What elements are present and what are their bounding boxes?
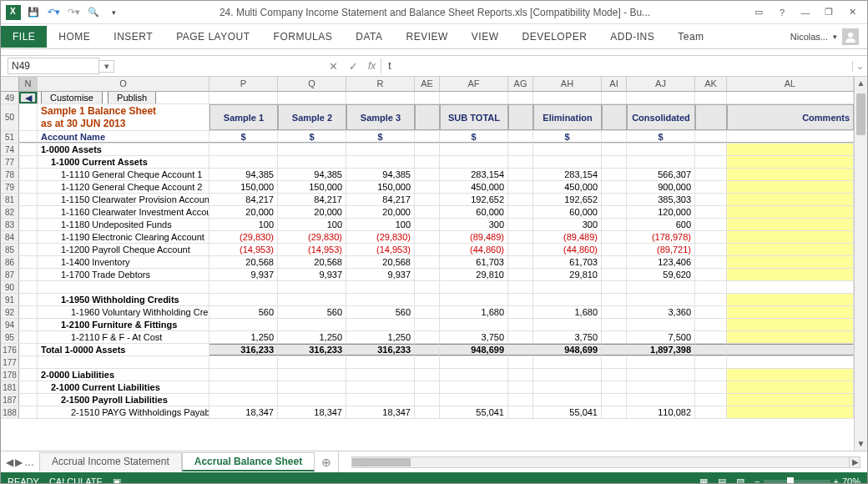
- data-cell[interactable]: 150,000: [278, 181, 346, 193]
- vertical-scrollbar[interactable]: ▲ ▼: [854, 77, 867, 451]
- data-cell[interactable]: 7,500: [627, 331, 695, 343]
- ribbon-tab-add-ins[interactable]: ADD-INS: [598, 26, 666, 48]
- data-cell[interactable]: 20,000: [209, 206, 278, 218]
- data-cell[interactable]: [533, 356, 602, 368]
- col-header-AE[interactable]: AE: [415, 77, 440, 91]
- row-header[interactable]: 74: [1, 144, 19, 155]
- data-cell[interactable]: (14,953): [346, 244, 415, 255]
- data-cell[interactable]: [278, 394, 346, 406]
- data-cell[interactable]: [440, 281, 508, 293]
- customise-button[interactable]: Customise: [41, 92, 103, 103]
- row-header[interactable]: 176: [1, 344, 19, 355]
- data-cell[interactable]: 94,385: [209, 169, 278, 180]
- ribbon-tab-file[interactable]: FILE: [1, 26, 47, 48]
- data-cell[interactable]: [346, 319, 415, 330]
- row-header[interactable]: 95: [1, 331, 19, 343]
- row-header[interactable]: 90: [1, 281, 19, 293]
- excel-icon[interactable]: [4, 3, 23, 22]
- data-cell[interactable]: 61,703: [440, 256, 508, 268]
- data-cell[interactable]: [440, 156, 508, 168]
- comment-cell[interactable]: [727, 231, 854, 243]
- row-header[interactable]: 84: [1, 231, 19, 243]
- data-cell[interactable]: [278, 294, 346, 305]
- status-calculate[interactable]: CALCULATE: [49, 476, 103, 484]
- comment-cell[interactable]: [727, 406, 854, 418]
- data-cell[interactable]: [440, 319, 508, 330]
- data-cell[interactable]: 29,810: [440, 269, 508, 280]
- redo-icon[interactable]: ↷▾: [64, 3, 83, 22]
- comment-cell[interactable]: [727, 219, 854, 230]
- data-cell[interactable]: [533, 156, 602, 168]
- data-cell[interactable]: (44,860): [533, 244, 602, 255]
- data-cell[interactable]: 1,680: [440, 306, 508, 318]
- row-header[interactable]: 49: [1, 92, 19, 103]
- zoom-out-icon[interactable]: −: [754, 476, 760, 484]
- col-header-AF[interactable]: AF: [440, 77, 508, 91]
- col-header-AG[interactable]: AG: [508, 77, 533, 91]
- data-cell[interactable]: 450,000: [533, 181, 602, 193]
- comment-cell[interactable]: [727, 256, 854, 268]
- data-cell[interactable]: [209, 394, 278, 406]
- data-cell[interactable]: 450,000: [440, 181, 508, 193]
- data-cell[interactable]: 3,360: [627, 306, 695, 318]
- data-cell[interactable]: 84,217: [278, 194, 346, 205]
- data-cell[interactable]: [346, 394, 415, 406]
- col-header-AJ[interactable]: AJ: [627, 77, 695, 91]
- print-preview-icon[interactable]: 🔍: [84, 3, 103, 22]
- data-cell[interactable]: 59,620: [627, 269, 695, 280]
- comment-cell[interactable]: [727, 206, 854, 218]
- data-cell[interactable]: (89,489): [533, 231, 602, 243]
- save-icon[interactable]: 💾: [24, 3, 43, 22]
- data-cell[interactable]: 123,406: [627, 256, 695, 268]
- data-cell[interactable]: [627, 381, 695, 393]
- data-cell[interactable]: 20,568: [278, 256, 346, 268]
- ribbon-tab-home[interactable]: HOME: [47, 26, 102, 48]
- minimize-icon[interactable]: —: [794, 3, 817, 22]
- data-cell[interactable]: [278, 144, 346, 155]
- data-cell[interactable]: 300: [440, 219, 508, 230]
- data-cell[interactable]: 84,217: [209, 194, 278, 205]
- data-cell[interactable]: [440, 356, 508, 368]
- name-box[interactable]: N49: [8, 58, 99, 74]
- data-cell[interactable]: 283,154: [533, 169, 602, 180]
- data-cell[interactable]: 1,897,398: [627, 344, 695, 355]
- hscroll-thumb[interactable]: [352, 458, 411, 466]
- row-header[interactable]: 178: [1, 369, 19, 381]
- vscroll-thumb[interactable]: [856, 93, 865, 135]
- data-cell[interactable]: [209, 281, 278, 293]
- ribbon-tab-review[interactable]: REVIEW: [394, 26, 459, 48]
- data-cell[interactable]: 900,000: [627, 181, 695, 193]
- data-cell[interactable]: (44,860): [440, 244, 508, 255]
- data-cell[interactable]: 150,000: [346, 181, 415, 193]
- comment-cell[interactable]: [727, 381, 854, 393]
- data-cell[interactable]: (178,978): [627, 231, 695, 243]
- add-sheet-icon[interactable]: ⊕: [315, 456, 338, 469]
- ribbon-tab-page-layout[interactable]: PAGE LAYOUT: [164, 26, 261, 48]
- comment-cell[interactable]: [727, 369, 854, 381]
- sheet-nav-more-icon[interactable]: …: [24, 456, 34, 468]
- data-cell[interactable]: (29,830): [346, 231, 415, 243]
- view-page-layout-icon[interactable]: ▤: [718, 476, 726, 485]
- help-icon[interactable]: ?: [770, 3, 794, 22]
- data-cell[interactable]: [627, 394, 695, 406]
- data-cell[interactable]: 84,217: [346, 194, 415, 205]
- ribbon-tab-insert[interactable]: INSERT: [102, 26, 164, 48]
- data-cell[interactable]: 316,233: [278, 344, 346, 355]
- data-cell[interactable]: 60,000: [533, 206, 602, 218]
- row-header[interactable]: 91: [1, 294, 19, 305]
- comment-cell[interactable]: [727, 319, 854, 330]
- data-cell[interactable]: [209, 144, 278, 155]
- data-cell[interactable]: [278, 156, 346, 168]
- data-cell[interactable]: 100: [278, 219, 346, 230]
- data-cell[interactable]: [627, 156, 695, 168]
- comment-cell[interactable]: [727, 181, 854, 193]
- zoom-in-icon[interactable]: +: [834, 476, 839, 484]
- col-header-P[interactable]: P: [209, 77, 278, 91]
- data-cell[interactable]: [278, 369, 346, 381]
- data-cell[interactable]: 3,750: [440, 331, 508, 343]
- undo-icon[interactable]: ↶▾: [44, 3, 63, 22]
- data-cell[interactable]: [627, 281, 695, 293]
- data-cell[interactable]: 20,000: [346, 206, 415, 218]
- ribbon-tab-view[interactable]: VIEW: [460, 26, 511, 48]
- data-cell[interactable]: 192,652: [533, 194, 602, 205]
